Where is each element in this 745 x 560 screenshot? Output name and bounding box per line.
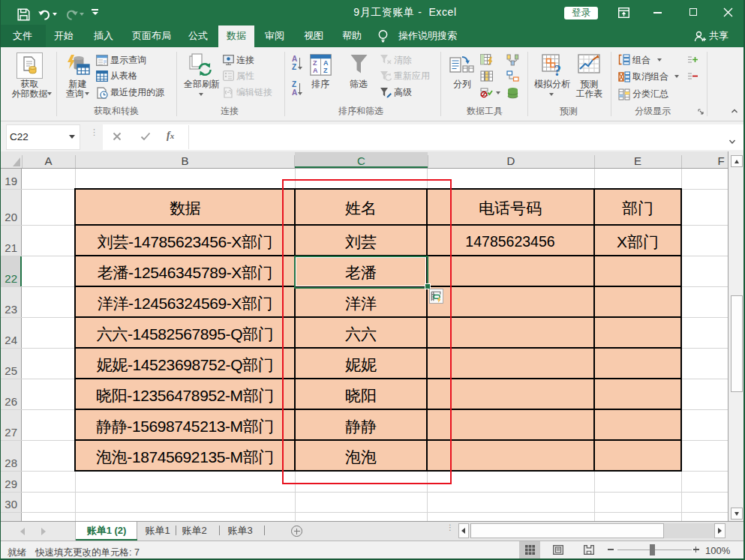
svg-text:?: ? xyxy=(554,62,561,76)
svg-text:A: A xyxy=(313,67,318,74)
svg-text:A: A xyxy=(323,59,329,67)
svg-text:Z: Z xyxy=(323,67,328,74)
svg-text:Z: Z xyxy=(313,59,317,67)
